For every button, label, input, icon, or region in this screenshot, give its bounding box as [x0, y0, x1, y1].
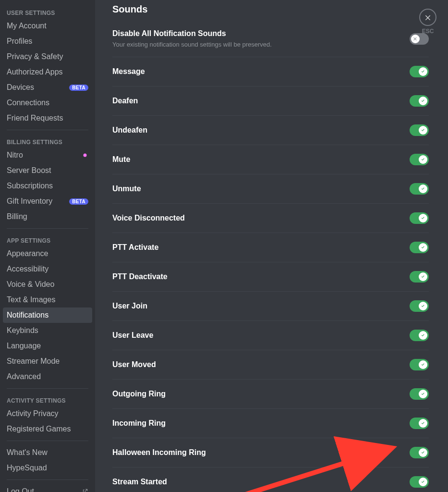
sidebar-item-label: Accessibility	[7, 265, 48, 273]
sidebar-item[interactable]: My Account	[3, 18, 92, 34]
sidebar-item-label: Devices	[7, 83, 34, 92]
setting-row: Incoming Ring	[112, 409, 429, 438]
sidebar-item-label: Activity Privacy	[7, 409, 59, 418]
setting-row: Unmute	[112, 174, 429, 203]
sidebar-item-label: Nitro	[7, 151, 23, 160]
sidebar-item[interactable]: Privacy & Safety	[3, 49, 92, 64]
toggle[interactable]	[410, 124, 429, 136]
toggle[interactable]	[410, 359, 429, 370]
sidebar-item[interactable]: Gift InventoryBETA	[3, 194, 92, 209]
sidebar-item[interactable]: DevicesBETA	[3, 80, 92, 95]
toggle[interactable]	[410, 388, 429, 400]
sidebar-item[interactable]: Friend Requests	[3, 111, 92, 126]
sidebar-item-label: Privacy & Safety	[7, 52, 63, 61]
check-icon	[420, 362, 426, 368]
sidebar-item-label: What's New	[7, 448, 48, 457]
sidebar-item[interactable]: Server Boost	[3, 163, 92, 178]
close-button[interactable]	[419, 9, 436, 26]
x-icon	[412, 36, 418, 42]
setting-row: Outgoing Ring	[112, 380, 429, 408]
sidebar-item[interactable]: Accessibility	[3, 261, 92, 277]
sidebar-divider	[7, 228, 88, 229]
toggle[interactable]	[410, 154, 429, 165]
sidebar-item-label: Billing	[7, 212, 27, 221]
check-icon	[420, 186, 426, 192]
beta-badge: BETA	[69, 198, 88, 205]
setting-description: Your existing notification sound setting…	[112, 41, 272, 48]
sidebar-section-header: APP SETTINGS	[3, 233, 92, 246]
toggle-disable-all[interactable]	[410, 33, 429, 45]
setting-label: Message	[112, 67, 145, 76]
setting-label: Deafen	[112, 97, 138, 105]
close-icon	[424, 13, 432, 21]
settings-sidebar: USER SETTINGSMy AccountProfilesPrivacy &…	[0, 0, 95, 492]
toggle[interactable]	[410, 95, 429, 107]
sidebar-item[interactable]: Subscriptions	[3, 178, 92, 194]
setting-label: Stream Started	[112, 478, 167, 486]
sidebar-section-header: ACTIVITY SETTINGS	[3, 393, 92, 406]
toggle[interactable]	[410, 447, 429, 458]
sidebar-item[interactable]: Streamer Mode	[3, 354, 92, 369]
sidebar-item[interactable]: Nitro	[3, 148, 92, 163]
sidebar-item[interactable]: Language	[3, 338, 92, 354]
sidebar-item[interactable]: Keybinds	[3, 323, 92, 338]
setting-label: User Join	[112, 302, 147, 310]
sidebar-item[interactable]: What's New	[3, 445, 92, 460]
check-icon	[420, 420, 426, 426]
sidebar-item[interactable]: Registered Games	[3, 421, 92, 437]
open-external-icon	[82, 488, 88, 492]
toggle[interactable]	[410, 183, 429, 195]
nitro-icon	[82, 152, 88, 159]
sidebar-item[interactable]: HypeSquad	[3, 460, 92, 476]
sidebar-item[interactable]: Profiles	[3, 34, 92, 49]
setting-row: Halloween Incoming Ring	[112, 438, 429, 467]
sidebar-item-label: Language	[7, 342, 41, 350]
setting-label: Undeafen	[112, 126, 147, 135]
toggle[interactable]	[410, 271, 429, 283]
sidebar-divider	[7, 388, 88, 389]
check-icon	[420, 450, 426, 455]
toggle[interactable]	[410, 476, 429, 488]
check-icon	[420, 391, 426, 397]
sidebar-item[interactable]: Notifications	[3, 308, 92, 323]
toggle[interactable]	[410, 242, 429, 253]
sidebar-item-label: Appearance	[7, 249, 48, 258]
sidebar-item[interactable]: Activity Privacy	[3, 406, 92, 421]
check-icon	[420, 245, 426, 250]
section-title: Sounds	[112, 0, 429, 21]
sidebar-item[interactable]: Log Out	[3, 484, 92, 492]
sidebar-item-label: Gift Inventory	[7, 197, 52, 206]
setting-row: PTT Deactivate	[112, 262, 429, 291]
sidebar-item[interactable]: Authorized Apps	[3, 64, 92, 80]
setting-label: PTT Deactivate	[112, 272, 168, 281]
setting-row-disable-all: Disable All Notification Sounds Your exi…	[112, 21, 429, 57]
sidebar-item[interactable]: Advanced	[3, 369, 92, 384]
toggle[interactable]	[410, 330, 429, 341]
close-esc-label: ESC	[416, 28, 439, 35]
toggle[interactable]	[410, 212, 429, 224]
close-settings: ESC	[416, 9, 439, 35]
setting-row: Voice Disconnected	[112, 204, 429, 233]
sidebar-item-label: Streamer Mode	[7, 357, 60, 366]
sidebar-item-label: My Account	[7, 22, 47, 30]
setting-row: User Leave	[112, 321, 429, 350]
toggle[interactable]	[410, 66, 429, 77]
setting-label: Outgoing Ring	[112, 390, 166, 398]
check-icon	[420, 479, 426, 485]
beta-badge: BETA	[69, 85, 88, 91]
setting-label: Disable All Notification Sounds	[112, 29, 272, 38]
setting-label: Incoming Ring	[112, 419, 166, 428]
sidebar-item[interactable]: Appearance	[3, 246, 92, 261]
svg-point-0	[84, 154, 87, 157]
sidebar-item[interactable]: Connections	[3, 95, 92, 111]
sidebar-item[interactable]: Text & Images	[3, 292, 92, 308]
sidebar-item-label: Text & Images	[7, 295, 55, 304]
sidebar-item[interactable]: Billing	[3, 209, 92, 224]
toggle[interactable]	[410, 300, 429, 312]
sidebar-item[interactable]: Voice & Video	[3, 277, 92, 292]
check-icon	[420, 215, 426, 221]
toggle[interactable]	[410, 418, 429, 429]
setting-label: User Leave	[112, 331, 153, 340]
check-icon	[420, 69, 426, 74]
setting-row: Stream Started	[112, 467, 429, 492]
